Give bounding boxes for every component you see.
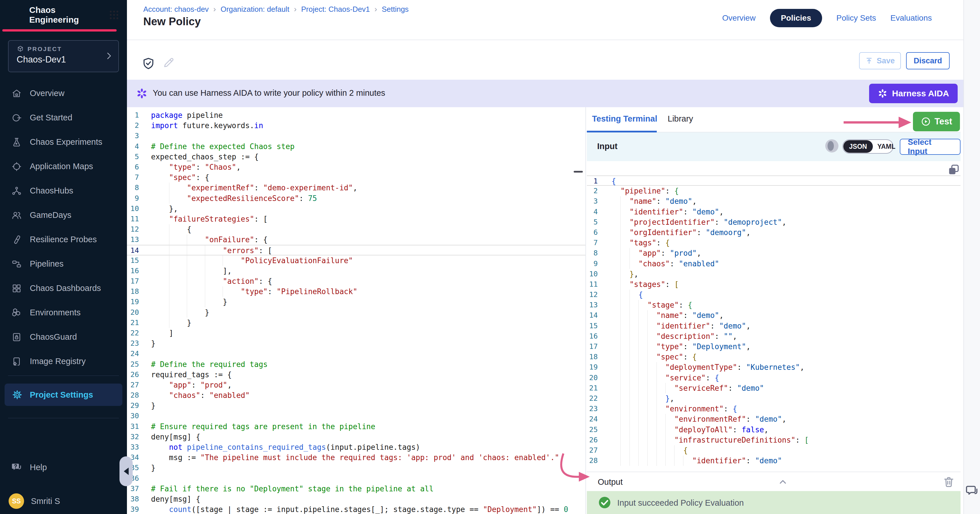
policy-shield-check-icon[interactable] — [142, 56, 155, 71]
breadcrumb-item[interactable]: Organization: default — [221, 5, 290, 14]
line-number: 19 — [127, 297, 145, 307]
opa-icon — [825, 139, 838, 153]
code-line: 23 "environment": { — [587, 404, 961, 414]
code-line: 4# Define the expected Chaos step — [127, 141, 585, 152]
line-number: 3 — [587, 196, 601, 207]
code-line: 18 "type": "PipelineRollback" — [127, 286, 585, 297]
app-title: Chaos Engineering — [29, 5, 103, 25]
select-input-button[interactable]: Select Input — [900, 139, 961, 155]
sidebar-item-gamedays[interactable]: GameDays — [0, 203, 127, 228]
people-icon — [11, 210, 22, 220]
sidebar-collapse-handle[interactable] — [119, 457, 133, 486]
policy-code-editor[interactable]: 1package pipeline2import future.keywords… — [127, 107, 585, 514]
code-line: 14 "name": "demo", — [587, 310, 961, 320]
line-number: 38 — [127, 494, 145, 504]
edit-pencil-icon[interactable] — [162, 56, 175, 69]
sidebar-item-chaos-experiments[interactable]: Chaos Experiments — [0, 130, 127, 154]
line-number: 2 — [127, 120, 145, 131]
code-line: 20 } — [127, 307, 585, 318]
harness-chaos-logo[interactable] — [8, 7, 24, 23]
discard-button[interactable]: Discard — [906, 52, 950, 69]
code-line: 10 }, — [587, 269, 961, 279]
breadcrumb-item[interactable]: Account: chaos-dev — [143, 5, 208, 14]
line-number: 14 — [127, 245, 145, 255]
sidebar-item-environments[interactable]: Environments — [0, 301, 127, 325]
code-line: 6 "orgIdentifier": "demoorg", — [587, 228, 961, 238]
test-button[interactable]: Test — [913, 112, 960, 131]
line-number: 2 — [587, 186, 601, 196]
cube-icon — [17, 45, 24, 53]
sidebar-item-resilience-probes[interactable]: Resilience Probes — [0, 228, 127, 252]
user-menu[interactable]: SS Smriti S — [0, 489, 127, 513]
line-number: 16 — [587, 331, 601, 341]
format-option-yaml[interactable]: YAML — [873, 143, 900, 151]
sidebar-item-pipelines[interactable]: Pipelines — [0, 252, 127, 276]
trash-icon[interactable] — [943, 475, 955, 489]
breadcrumb-separator: › — [374, 5, 377, 14]
line-number: 32 — [127, 432, 145, 442]
line-number: 18 — [587, 352, 601, 362]
sidebar-item-label: Overview — [30, 89, 64, 98]
code-line: 8 "experimentRef": "demo-experiment-id", — [127, 183, 585, 193]
code-line: 23} — [127, 338, 585, 349]
line-number: 26 — [587, 435, 601, 445]
module-grid-icon[interactable] — [108, 9, 120, 21]
code-line: 16 "description": "", — [587, 331, 961, 341]
line-number: 1 — [127, 110, 145, 120]
line-number: 23 — [587, 404, 601, 414]
project-selector[interactable]: PROJECT Chaos-Dev1 — [8, 40, 119, 72]
code-line: 20 "service": { — [587, 373, 961, 383]
breadcrumb-item[interactable]: Settings — [382, 5, 409, 14]
code-line: 19 "deploymentType": "Kubernetes", — [587, 362, 961, 372]
code-line: 31# Ensure required tags are present in … — [127, 422, 585, 432]
code-line: 13 "stage": { — [587, 300, 961, 310]
code-line: 26required_tags := { — [127, 369, 585, 380]
input-json-editor[interactable]: 1{2 "pipeline": {3 "name": "demo",4 "ide… — [587, 161, 961, 471]
help-button[interactable]: Help — [0, 458, 127, 476]
line-number: 25 — [587, 425, 601, 435]
sidebar-item-label: ChaosGuard — [30, 332, 77, 342]
nav-tab-policies[interactable]: Policies — [770, 9, 822, 27]
line-number: 8 — [587, 248, 601, 258]
code-line: 24 — [127, 349, 585, 359]
code-line: 28 "identifier": "demo" — [587, 455, 961, 466]
tab-testing-terminal[interactable]: Testing Terminal — [592, 114, 657, 124]
code-line: 13 "onFailure": { — [127, 234, 585, 245]
chevron-up-icon[interactable] — [778, 477, 788, 487]
code-line: 27 "app": "prod", — [127, 380, 585, 390]
code-line: 27 { — [587, 445, 961, 455]
copy-icon[interactable] — [947, 163, 960, 176]
line-number: 14 — [587, 310, 601, 320]
format-option-json[interactable]: JSON — [843, 140, 873, 153]
sidebar-item-image-registry[interactable]: Image Registry — [0, 349, 127, 374]
code-line: 10 }, — [127, 204, 585, 214]
line-number: 23 — [127, 338, 145, 349]
sidebar-item-chaos-dashboards[interactable]: Chaos Dashboards — [0, 276, 127, 301]
sidebar-item-get-started[interactable]: Get Started — [0, 105, 127, 130]
sidebar-item-overview[interactable]: Overview — [0, 81, 127, 105]
save-button[interactable]: Save — [859, 52, 901, 69]
sidebar-item-chaosguard[interactable]: ChaosGuard — [0, 325, 127, 349]
line-number: 9 — [127, 193, 145, 204]
line-number: 27 — [587, 445, 601, 455]
code-line: 5expected_chaos_step := { — [127, 152, 585, 162]
sidebar-item-project-settings[interactable]: Project Settings — [5, 384, 123, 406]
line-number: 21 — [587, 383, 601, 393]
dashboard-icon — [11, 283, 22, 294]
harness-aida-button[interactable]: Harness AIDA — [869, 84, 958, 103]
evaluation-message: Input succeeded Policy Evaluation — [617, 498, 744, 508]
sidebar-item-chaoshubs[interactable]: ChaosHubs — [0, 178, 127, 203]
breadcrumb-item[interactable]: Project: Chaos-Dev1 — [301, 5, 370, 14]
line-number: 39 — [127, 504, 145, 514]
sidebar-divider — [8, 376, 119, 376]
line-number: 6 — [587, 228, 601, 238]
nav-tab-policy-sets[interactable]: Policy Sets — [837, 13, 876, 23]
check-circle-icon — [598, 496, 611, 509]
nav-tab-evaluations[interactable]: Evaluations — [890, 13, 932, 23]
nav-tab-overview[interactable]: Overview — [722, 13, 756, 23]
tab-library[interactable]: Library — [668, 114, 693, 124]
testing-panel-tabs: Testing Terminal Library — [587, 107, 961, 132]
format-toggle[interactable]: JSON YAML — [842, 139, 894, 154]
sidebar-item-application-maps[interactable]: Application Maps — [0, 154, 127, 178]
support-chat-icon[interactable] — [965, 484, 978, 497]
